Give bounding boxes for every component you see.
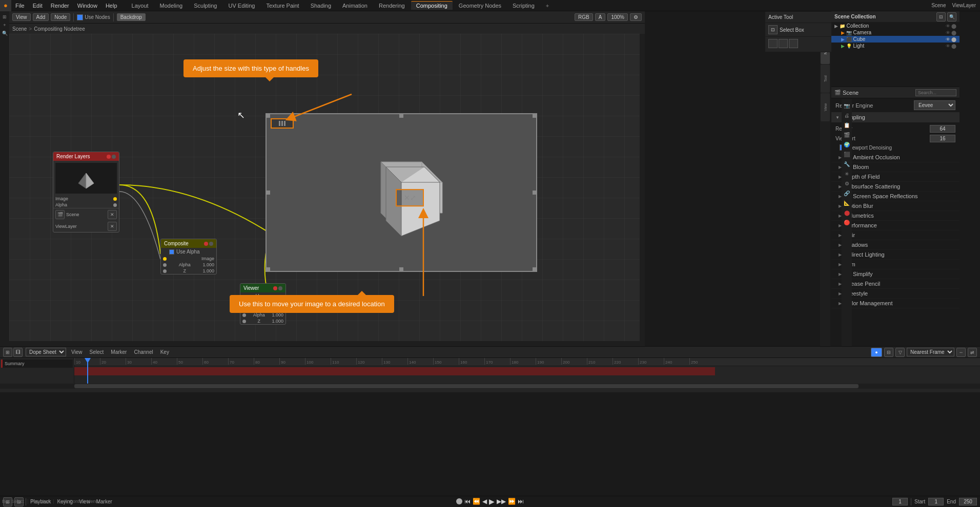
light-vis[interactable]: ⬤ — [951, 44, 956, 49]
tab-shading[interactable]: Shading — [305, 2, 336, 10]
outliner-filter-btn[interactable]: ⊟ — [936, 12, 946, 22]
vert-tab-tool[interactable]: Tool — [821, 65, 830, 93]
props-icon-render[interactable]: 📷 — [843, 101, 851, 110]
props-icon-object[interactable]: ⬛ — [843, 150, 851, 158]
timeline-menu-view[interactable]: View — [69, 349, 85, 355]
current-frame[interactable]: 1 — [892, 498, 908, 505]
timeline-ruler-area[interactable]: 10 20 30 40 50 60 70 80 90 100 110 120 1… — [74, 358, 980, 384]
composite-socket-image-dot[interactable] — [163, 257, 167, 261]
props-icon-output[interactable]: 🖨 — [843, 111, 851, 119]
move-handle-box[interactable]: ✕⤢ — [396, 189, 424, 206]
outliner-item-camera[interactable]: ▶ 📷 Camera 👁 ⬤ — [831, 29, 959, 36]
menu-edit[interactable]: Edit — [29, 2, 47, 10]
props-icon-modifier[interactable]: 🔧 — [843, 160, 851, 168]
node-composite[interactable]: Composite Use Alpha Image Alpha 1.000 Z … — [160, 239, 217, 274]
options-btn[interactable]: ⚙ — [630, 13, 642, 21]
node-btn[interactable]: Node — [51, 13, 70, 21]
end-frame[interactable]: 250 — [959, 498, 977, 505]
timeline-menu-select[interactable]: Select — [88, 349, 106, 355]
play-to-end[interactable]: ⏭ — [518, 498, 524, 505]
outliner-item-light[interactable]: ▶ 💡 Light 👁 ⬤ — [831, 43, 959, 49]
timeline-scrollbar-thumb[interactable] — [74, 384, 859, 388]
outliner-item-cube[interactable]: ▶ ⬛ Cube 👁 ⬤ — [831, 36, 959, 43]
timeline-menu-key[interactable]: Key — [158, 349, 171, 355]
vert-tab-view[interactable]: View — [821, 93, 830, 121]
handle-ml[interactable] — [266, 191, 270, 195]
camera-vis[interactable]: ⬤ — [951, 30, 956, 35]
play-to-start[interactable]: ⏮ — [464, 498, 471, 505]
timeline-icon-btn[interactable]: ⊞ — [3, 348, 12, 357]
node-footer-close[interactable]: ✕ — [108, 210, 117, 219]
add-btn[interactable]: Add — [33, 13, 49, 21]
sidebar-icon-add[interactable]: + — [1, 22, 8, 29]
handle-tr[interactable] — [533, 114, 537, 118]
sidebar-icon-view[interactable]: ⊞ — [1, 13, 8, 20]
tab-compositing[interactable]: Compositing — [411, 1, 453, 10]
tab-scripting[interactable]: Scripting — [507, 2, 540, 10]
tool-icon-1[interactable] — [768, 39, 778, 48]
viewer-z-dot[interactable] — [242, 320, 246, 323]
tab-sculpting[interactable]: Sculpting — [189, 2, 222, 10]
props-icon-data[interactable]: 📐 — [843, 199, 851, 207]
props-icon-constraints[interactable]: 🔗 — [843, 189, 851, 197]
sidebar-icon-search[interactable]: 🔍 — [1, 30, 8, 37]
menu-file[interactable]: File — [11, 2, 29, 10]
render-engine-select[interactable]: Eevee Cycles Workbench — [914, 100, 955, 110]
node-render-layers[interactable]: Render Layers Image Alpha 🎬 Scene ✕ — [53, 152, 119, 233]
zoom-btn[interactable]: 100% — [607, 13, 628, 21]
tab-rendering[interactable]: Rendering — [374, 2, 410, 10]
menu-window[interactable]: Window — [73, 2, 101, 10]
menu-render[interactable]: Render — [47, 2, 73, 10]
outliner-search-btn[interactable]: 🔍 — [947, 12, 956, 22]
blender-logo[interactable]: ● — [0, 0, 11, 11]
props-icon-shader[interactable]: 🔴 — [843, 218, 851, 226]
node-scrollbar-vertical[interactable] — [640, 34, 645, 346]
view-btn[interactable]: View — [12, 13, 31, 21]
composite-z-dot[interactable] — [163, 269, 167, 273]
tab-geometry-nodes[interactable]: Geometry Nodes — [454, 2, 506, 10]
size-handle-box[interactable] — [271, 118, 294, 129]
tab-modeling[interactable]: Modeling — [155, 2, 188, 10]
handle-tl[interactable] — [266, 114, 270, 118]
node-scrollbar-horizontal[interactable] — [9, 341, 645, 346]
play-pause[interactable]: ▶ — [489, 497, 495, 505]
handle-tm[interactable] — [399, 114, 403, 118]
handle-mr[interactable] — [533, 191, 537, 195]
node-dot-max[interactable] — [112, 155, 116, 159]
alpha-btn[interactable]: A — [595, 13, 606, 21]
timeline-type-btn[interactable]: 🎞 — [13, 348, 23, 357]
composite-alpha-dot[interactable] — [163, 263, 167, 267]
viewer-dot-max[interactable] — [278, 286, 282, 290]
collection-eye[interactable]: 👁 — [946, 24, 950, 29]
composite-dot-max[interactable] — [209, 242, 213, 246]
play-next[interactable]: ▶▶ — [497, 498, 506, 505]
tool-icon-3[interactable] — [789, 39, 798, 48]
composite-dot-close[interactable] — [204, 242, 208, 246]
timeline-icon-extra1[interactable]: ↔ — [956, 348, 966, 357]
render-value[interactable]: 64 — [930, 125, 955, 133]
rgb-btn[interactable]: RGB — [575, 13, 593, 21]
tab-texture-paint[interactable]: Texture Paint — [261, 2, 304, 10]
timeline-menu-marker[interactable]: Marker — [109, 349, 129, 355]
play-next-frame[interactable]: ⏩ — [508, 498, 516, 505]
props-icon-scene[interactable]: 🎬 — [843, 131, 851, 139]
props-icon-particles[interactable]: ✳ — [843, 170, 851, 178]
composite-alpha-cb[interactable] — [169, 249, 174, 255]
timeline-mode-select[interactable]: Dope Sheet — [26, 348, 66, 356]
menu-help[interactable]: Help — [101, 2, 121, 10]
timeline-icon-extra2[interactable]: ⇌ — [968, 348, 977, 357]
play-prev[interactable]: ◀ — [482, 498, 487, 505]
outliner-item-collection[interactable]: ▶ 📁 Collection 👁 ⬤ — [831, 23, 959, 29]
props-icon-view-layer[interactable]: 📋 — [843, 121, 851, 129]
handle-bm[interactable] — [399, 267, 403, 271]
handle-br[interactable] — [533, 267, 537, 271]
collection-vis[interactable]: ⬤ — [951, 24, 956, 29]
viewer-dot-close[interactable] — [273, 286, 277, 290]
viewport-value[interactable]: 16 — [930, 135, 955, 142]
breadcrumb-scene[interactable]: Scene — [12, 26, 27, 32]
camera-eye[interactable]: 👁 — [946, 30, 950, 35]
socket-alpha-dot[interactable] — [113, 203, 117, 207]
props-icon-world[interactable]: 🌍 — [843, 140, 851, 149]
timeline-menu-channel[interactable]: Channel — [132, 349, 155, 355]
timeline-filter2[interactable]: ▽ — [895, 348, 905, 357]
